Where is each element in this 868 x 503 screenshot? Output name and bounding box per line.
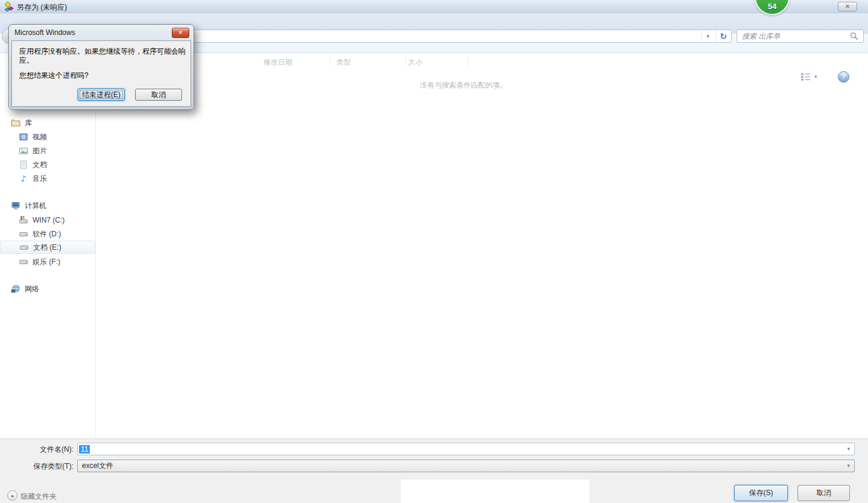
- search-icon: [850, 32, 858, 40]
- sidebar-item-network[interactable]: 网络: [0, 282, 95, 296]
- column-header-size[interactable]: 大小: [408, 57, 423, 68]
- save-as-window: 另存为 (未响应) ✕ 54 ◂ ▸ ▸ 计算机 ▸ 文档 (E:) ▸ 出库单…: [0, 0, 868, 503]
- dialog-body: 应用程序没有响应。如果您继续等待，程序可能会响应。 您想结果这个进程吗? 结束进…: [11, 40, 191, 107]
- empty-search-message: 没有与搜索条件匹配的项。: [420, 80, 507, 90]
- end-process-button[interactable]: 结束进程(E): [78, 89, 125, 101]
- sidebar-item-drive-e[interactable]: 文档 (E:): [0, 241, 95, 254]
- views-dropdown-icon[interactable]: ▾: [814, 74, 817, 80]
- libraries-icon: [11, 118, 20, 128]
- sidebar-divider: [95, 53, 96, 438]
- network-icon: [11, 284, 20, 294]
- blank-overlay: [401, 479, 590, 503]
- sidebar-item-documents[interactable]: 文档: [0, 158, 95, 171]
- filetype-label: 保存类型(T):: [12, 461, 74, 472]
- system-drive-icon: [19, 215, 28, 225]
- sidebar-item-pictures[interactable]: 图片: [0, 144, 95, 157]
- column-separator: [330, 54, 330, 66]
- drive-icon: [19, 242, 29, 252]
- search-input[interactable]: [737, 30, 864, 43]
- dialog-cancel-button[interactable]: 取消: [135, 89, 182, 101]
- not-responding-dialog: Microsoft Windows ✕ 应用程序没有响应。如果您继续等待，程序可…: [8, 24, 194, 110]
- filename-dropdown-icon[interactable]: ▾: [847, 446, 850, 452]
- file-list-area: 修改日期 类型 大小 没有与搜索条件匹配的项。 库 视频: [0, 53, 868, 438]
- sidebar-item-drive-c[interactable]: WIN7 (C:): [0, 214, 95, 227]
- filename-input[interactable]: 11 ▾: [77, 443, 855, 455]
- refresh-icon[interactable]: ↻: [715, 30, 731, 42]
- documents-icon: [19, 160, 28, 169]
- column-separator: [405, 54, 406, 66]
- drive-icon: [19, 257, 28, 267]
- filetype-dropdown-icon[interactable]: ▾: [847, 463, 850, 469]
- filename-value: 11: [79, 445, 90, 454]
- window-title: 另存为 (未响应): [17, 2, 67, 13]
- sidebar-item-music[interactable]: ♪ 音乐: [0, 172, 95, 185]
- cancel-button[interactable]: 取消: [797, 485, 850, 501]
- window-close-icon[interactable]: ✕: [838, 2, 857, 11]
- dialog-question: 您想结果这个进程吗?: [19, 71, 183, 81]
- column-separator: [468, 54, 468, 66]
- address-dropdown-icon[interactable]: ▾: [701, 30, 714, 42]
- dialog-title: Microsoft Windows: [14, 28, 75, 37]
- music-icon: ♪: [19, 174, 28, 183]
- column-header-type[interactable]: 类型: [336, 57, 351, 68]
- column-header-date[interactable]: 修改日期: [263, 57, 292, 68]
- dialog-message: 应用程序没有响应。如果您继续等待，程序可能会响应。: [19, 47, 187, 65]
- app-icon: [4, 2, 14, 11]
- sidebar-item-drive-d[interactable]: 软件 (D:): [0, 227, 95, 241]
- videos-icon: [19, 132, 28, 142]
- pictures-icon: [19, 146, 28, 156]
- sidebar-item-computer[interactable]: 计算机: [0, 199, 95, 212]
- sidebar-item-libraries[interactable]: 库: [0, 116, 95, 130]
- filetype-value: excel文件: [82, 461, 113, 471]
- dialog-close-icon[interactable]: ✕: [172, 28, 189, 38]
- computer-icon: [11, 201, 20, 210]
- drive-icon: [19, 229, 28, 239]
- sidebar-item-drive-f[interactable]: 娱乐 (F:): [0, 255, 95, 268]
- hide-folders-icon[interactable]: ▴: [7, 490, 17, 501]
- filename-label: 文件名(N):: [12, 444, 74, 455]
- change-view-icon[interactable]: [800, 72, 811, 81]
- sidebar-item-videos[interactable]: 视频: [0, 130, 95, 144]
- save-button[interactable]: 保存(S): [734, 485, 788, 501]
- hide-folders-label[interactable]: 隐藏文件夹: [20, 492, 57, 502]
- help-icon[interactable]: ?: [838, 71, 849, 83]
- filetype-select[interactable]: excel文件 ▾: [77, 460, 855, 472]
- title-bar: 另存为 (未响应) ✕: [0, 0, 868, 13]
- dialog-title-bar: Microsoft Windows ✕: [11, 25, 191, 40]
